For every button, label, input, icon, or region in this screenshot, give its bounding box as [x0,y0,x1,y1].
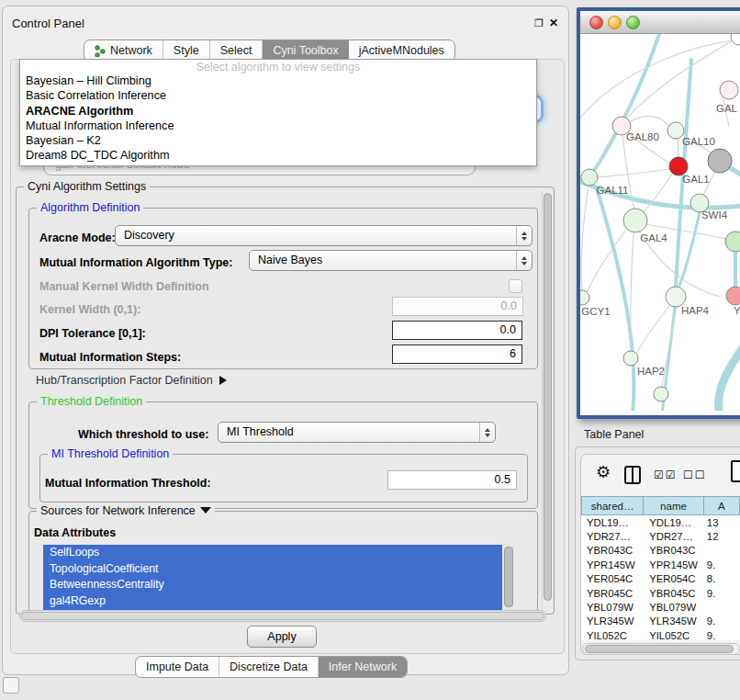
network-node[interactable] [708,149,732,173]
document-icon[interactable] [731,460,740,482]
table-cell: YBR045C [581,588,644,599]
table-row[interactable]: YIL052CYIL052C9. [581,628,740,640]
table-row[interactable]: YBR045CYBR045C9. [581,586,740,600]
tab-select[interactable]: Select [210,40,263,61]
table-row[interactable]: YBL079WYBL079W [581,600,740,614]
algorithm-option-basic-correlation-inference[interactable]: Basic Correlation Inference [20,88,536,103]
apply-button[interactable]: Apply [247,626,317,648]
expand-right-icon [219,376,227,385]
settings-vertical-scrollbar[interactable] [542,191,552,606]
tab-impute-data[interactable]: Impute Data [136,657,219,677]
tab-infer-network[interactable]: Infer Network [319,657,407,677]
network-node[interactable] [726,287,740,305]
table-cell: YLR345W [644,615,704,627]
select-all-checkboxes-icon[interactable]: ☑☑ [654,469,678,481]
zoom-traffic-light[interactable] [626,16,640,29]
hub-definition-expander[interactable]: Hub/Transcription Factor Definition [36,374,227,387]
attribute-item-gal4rgexp[interactable]: gal4RGexp [43,593,513,610]
network-edge[interactable] [636,303,671,354]
table-cell: YBL079W [644,602,704,613]
attribute-item-selfloops[interactable]: SelfLoops [43,545,513,561]
list-scrollbar[interactable] [502,545,513,610]
table-cell: YPR145W [581,559,644,570]
aracne-mode-select[interactable]: Discovery [115,225,533,246]
tab-jactivemnodules[interactable]: jActiveMNodules [349,40,454,61]
table-panel-title: Table Panel [584,428,644,441]
table-horizontal-scrollbar[interactable] [582,643,740,655]
table-row[interactable]: YER054CYER054C8. [581,572,740,586]
mi-steps-field[interactable]: 6 [392,344,522,364]
network-window-titlebar[interactable] [580,11,740,34]
scrollbar-thumb[interactable] [504,547,513,607]
network-edge[interactable] [678,212,700,288]
network-node[interactable] [731,34,740,45]
table-row[interactable]: YPR145WYPR145W9. [581,558,740,571]
node-label: GCY1 [581,306,610,317]
network-edge[interactable] [630,116,669,127]
table-row[interactable]: YDL19…YDL19…13 [581,515,740,529]
minimize-traffic-light[interactable] [608,16,622,29]
deselect-all-checkboxes-icon[interactable]: ☐☐ [683,469,707,481]
network-node[interactable] [669,157,688,175]
tab-label: Style [174,44,199,57]
sources-group-title[interactable]: Sources for Network Inference [37,504,215,517]
column-header-a[interactable]: A [704,496,740,515]
minimized-panel-icon[interactable] [3,677,19,694]
network-edge[interactable] [727,166,740,185]
scrollbar-thumb[interactable] [544,193,552,601]
kernel-width-field[interactable]: 0.0 [392,297,523,316]
float-window-icon[interactable]: ❐ [534,17,544,29]
data-attributes-list[interactable]: SelfLoopsTopologicalCoefficientBetweenne… [43,545,513,610]
network-canvas[interactable]: GALGAL80GAL10GAL1GAL11SWI4GAL4GCY1HAP4YH… [580,34,740,415]
tab-network[interactable]: Network [84,40,163,61]
network-node[interactable] [581,169,598,186]
network-node[interactable] [725,231,740,252]
network-edge[interactable] [598,169,669,177]
table-cell: 9. [704,630,740,640]
network-edge[interactable] [678,139,678,158]
tab-style[interactable]: Style [163,40,210,61]
network-node[interactable] [720,81,738,99]
split-columns-icon[interactable] [624,466,641,484]
scrollbar-thumb[interactable] [21,612,544,620]
settings-horizontal-scrollbar[interactable] [19,610,546,622]
algorithm-option-bayesian-hill-climbing[interactable]: Bayesian – Hill Climbing [20,73,536,88]
close-icon[interactable]: ✕ [549,17,558,29]
column-header-shared[interactable]: shared… [581,496,644,515]
network-node[interactable] [580,290,589,305]
algorithm-option-dream8-dc-tdc-algorithm[interactable]: Dream8 DC_TDC Algorithm [20,148,536,163]
gear-icon[interactable]: ⚙ [596,462,611,482]
network-node[interactable] [623,351,638,366]
table-row[interactable]: YLR345WYLR345W9. [581,615,740,628]
scrollbar-thumb[interactable] [585,645,734,653]
table-cell: YIL052C [644,630,704,640]
network-edge[interactable] [581,186,589,291]
algorithm-option-bayesian-k2[interactable]: Bayesian – K2 [20,133,536,148]
threshold-definition-title: Threshold Definition [37,395,146,408]
table-row[interactable]: YDR27…YDR27…12 [581,529,740,543]
tab-label: Select [220,44,252,57]
manual-kernel-checkbox[interactable] [509,279,522,293]
network-node[interactable] [666,287,686,307]
node-label: GAL10 [682,136,715,147]
attribute-item-topologicalcoefficient[interactable]: TopologicalCoefficient [43,561,513,578]
table-row[interactable]: YBR043CYBR043C [581,544,740,558]
network-node[interactable] [654,387,668,401]
tab-discretize-data[interactable]: Discretize Data [219,657,319,677]
stepper-arrows-icon [516,226,532,245]
which-threshold-select[interactable]: MI Threshold [218,422,496,443]
network-edge[interactable] [719,335,740,411]
close-traffic-light[interactable] [589,16,603,29]
network-node[interactable] [623,209,647,232]
stepper-arrows-icon [516,251,532,270]
attribute-item-betweennesscentrality[interactable]: BetweennessCentrality [43,577,513,593]
mi-type-select[interactable]: Naive Bayes [249,250,533,271]
table-cell: YLR345W [581,615,644,627]
tab-cyni-toolbox[interactable]: Cyni Toolbox [263,40,348,61]
tab-label: jActiveMNodules [359,44,444,57]
algorithm-option-mutual-information-inference[interactable]: Mutual Information Inference [20,119,536,133]
dpi-tolerance-field[interactable]: 0.0 [392,321,522,340]
column-header-name[interactable]: name [644,496,704,515]
mi-threshold-field[interactable]: 0.5 [387,470,517,490]
algorithm-option-aracne-algorithm[interactable]: ARACNE Algorithm [20,104,536,119]
